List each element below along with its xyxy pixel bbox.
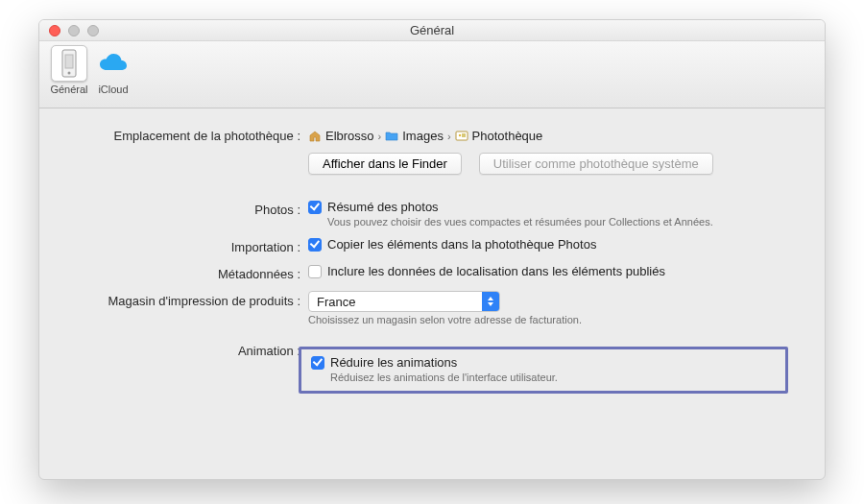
home-folder-icon (308, 131, 322, 142)
tab-icloud-label: iCloud (91, 84, 135, 95)
library-path: Elbrosso › Images › Photothèque (308, 126, 805, 143)
svg-rect-1 (65, 55, 73, 68)
svg-point-2 (68, 72, 71, 75)
print-store-value: France (317, 295, 355, 309)
icloud-icon (95, 45, 132, 82)
path-seg-1: Images (402, 129, 444, 143)
summary-checkbox-label: Résumé des photos (327, 200, 439, 214)
library-location-row: Emplacement de la photothèque : Elbrosso… (59, 126, 805, 192)
copy-to-library-label: Copier les éléments dans la photothèque … (327, 237, 596, 252)
show-in-finder-button[interactable]: Afficher dans le Finder (308, 153, 462, 175)
metadata-label: Métadonnées : (59, 264, 308, 281)
animation-label: Animation : (59, 333, 308, 358)
use-system-library-button[interactable]: Utiliser comme photothèque système (479, 153, 713, 175)
titlebar: Général (39, 20, 825, 41)
summary-hint: Vous pouvez choisir des vues compactes e… (327, 216, 805, 228)
library-icon (455, 131, 468, 141)
content: Emplacement de la photothèque : Elbrosso… (39, 108, 825, 394)
minimize-button[interactable] (68, 25, 80, 36)
general-icon (51, 45, 87, 82)
chevron-right-icon: › (447, 131, 451, 142)
tab-icloud[interactable]: iCloud (91, 45, 135, 95)
summary-checkbox[interactable] (308, 201, 322, 214)
tab-general-label: Général (47, 84, 91, 95)
library-location-label: Emplacement de la photothèque : (59, 126, 308, 143)
reduce-animations-checkbox[interactable] (311, 356, 324, 370)
copy-to-library-checkbox[interactable] (308, 238, 322, 252)
zoom-button[interactable] (87, 25, 99, 36)
select-arrows-icon (482, 292, 499, 311)
folder-icon (385, 131, 398, 141)
import-row: Importation : Copier les éléments dans l… (59, 237, 805, 254)
toolbar: Général iCloud (39, 41, 825, 108)
include-location-label: Inclure les données de localisation dans… (327, 264, 665, 278)
metadata-row: Métadonnées : Inclure les données de loc… (59, 264, 805, 281)
print-store-label: Magasin d'impression de produits : (59, 291, 308, 308)
print-store-hint: Choisissez un magasin selon votre adress… (308, 314, 805, 325)
print-store-select[interactable]: France (308, 291, 500, 312)
path-seg-2: Photothèque (472, 129, 543, 143)
import-label: Importation : (59, 237, 308, 254)
svg-point-4 (458, 134, 460, 136)
chevron-right-icon: › (378, 131, 382, 142)
photos-label: Photos : (59, 200, 308, 217)
tab-general[interactable]: Général (47, 45, 91, 95)
animation-highlight: Réduire les animations Réduisez les anim… (299, 347, 788, 394)
reduce-animations-label: Réduire les animations (330, 355, 457, 370)
path-seg-0: Elbrosso (325, 129, 374, 143)
photos-row: Photos : Résumé des photos Vous pouvez c… (59, 200, 805, 228)
window-title: Général (39, 23, 825, 37)
window-controls (39, 25, 99, 36)
animation-row: Animation : Réduire les animations Rédui… (59, 333, 805, 394)
preferences-window: Général Général iCloud Emplacement (38, 19, 826, 480)
reduce-animations-hint: Réduisez les animations de l'interface u… (330, 372, 776, 383)
print-store-row: Magasin d'impression de produits : Franc… (59, 291, 805, 325)
svg-rect-5 (462, 133, 466, 137)
include-location-checkbox[interactable] (308, 265, 322, 278)
close-button[interactable] (49, 25, 60, 36)
